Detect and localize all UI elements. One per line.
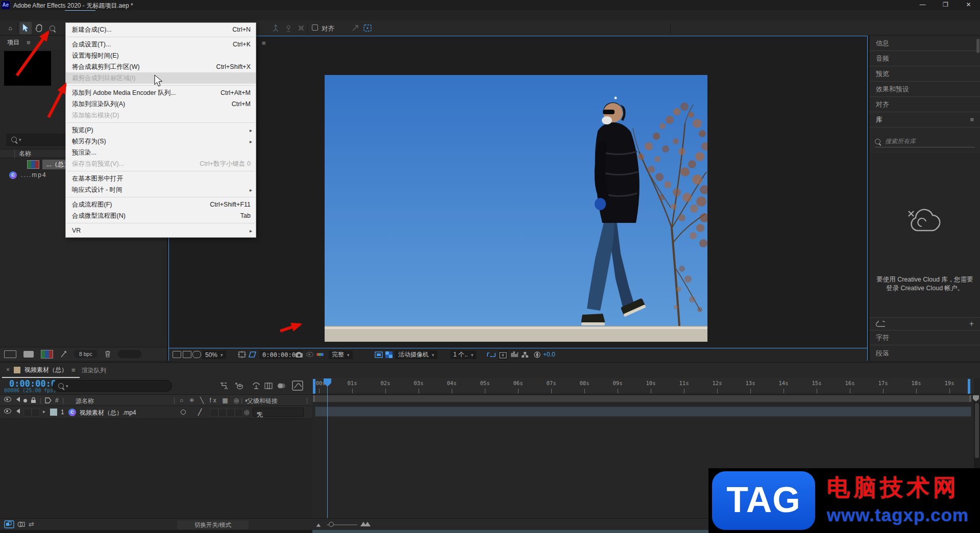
resolution-select[interactable]: 完整 ▾ <box>329 350 353 359</box>
source-name-column[interactable]: 源名称 <box>76 397 94 405</box>
interpret-footage-icon[interactable] <box>4 350 16 358</box>
audio-column-icon[interactable] <box>14 397 20 402</box>
always-preview-icon[interactable] <box>173 350 181 359</box>
layer-name[interactable]: 视频素材（总）.mp4 <box>80 409 136 417</box>
bit-depth-button[interactable]: 8 bpc <box>74 350 97 358</box>
menu-item-帧另存为-S-[interactable]: 帧另存为(S)▸ <box>66 136 256 147</box>
add-library-item-icon[interactable]: + <box>969 319 974 328</box>
new-composition-icon[interactable] <box>41 350 53 359</box>
selection-tool-icon[interactable] <box>19 22 32 34</box>
adjustment-wand-icon[interactable] <box>60 350 67 358</box>
library-search-input[interactable]: 搜索所有库 <box>875 136 975 147</box>
shy-icon[interactable] <box>252 382 260 390</box>
quality-slash[interactable]: ╱ <box>198 409 202 416</box>
parent-select[interactable]: 无 ▾ <box>253 408 304 417</box>
quality-toggle[interactable] <box>181 410 186 415</box>
right-panel-scrollbar[interactable] <box>976 39 979 53</box>
video-column-icon[interactable] <box>4 397 11 402</box>
magnification-select[interactable]: 50% ▾ <box>202 350 226 359</box>
view-layout-select[interactable]: 1 个.. ▾ <box>450 350 476 359</box>
menu-item-设置海报时间-E-[interactable]: 设置海报时间(E) <box>66 50 256 61</box>
panel-menu-icon[interactable]: ≡ <box>27 39 31 46</box>
primary-viewer-icon[interactable] <box>183 350 191 359</box>
minimize-button[interactable]: — <box>911 0 934 10</box>
menu-item-响应式设计-时间[interactable]: 响应式设计 - 时间▸ <box>66 184 256 195</box>
transparency-grid-icon[interactable] <box>385 350 393 359</box>
layer-audio-toggle[interactable] <box>14 409 20 414</box>
panel-menu-icon[interactable]: ≡ <box>970 116 974 123</box>
fast-previews-icon[interactable] <box>375 350 383 359</box>
pick-whip-icon[interactable]: ◎ <box>244 409 249 416</box>
ruler-nav-widget[interactable] <box>973 395 979 401</box>
in-out-icon[interactable]: ⇄ <box>29 520 34 528</box>
snapshot-camera-icon[interactable] <box>295 350 303 359</box>
hand-tool-icon[interactable] <box>33 22 45 34</box>
layer-color-chip[interactable] <box>50 409 57 416</box>
rotation-tool-icon[interactable] <box>282 22 295 34</box>
right-panel-tab-库[interactable]: 库≡ <box>870 112 980 128</box>
toggle-switches-modes-button[interactable]: 切换开关/模式 <box>177 520 249 529</box>
panel-menu-icon[interactable]: ≡ <box>71 366 76 374</box>
work-area-end-bracket[interactable] <box>968 379 970 394</box>
mini-flowchart-icon[interactable] <box>521 350 529 359</box>
camera-select[interactable]: 活动摄像机 ▾ <box>395 350 437 359</box>
tab-character[interactable]: 字符 <box>870 331 980 345</box>
cloud-sync-icon[interactable] <box>876 321 885 327</box>
parent-link-column[interactable]: 父级和链接 <box>247 397 278 405</box>
menu-item-添加到渲染队列-A-[interactable]: 添加到渲染队列(A)Ctrl+M <box>66 98 256 110</box>
menu-item-合成微型流程图-N-[interactable]: 合成微型流程图(N)Tab <box>66 210 256 221</box>
shape-arrow-icon[interactable] <box>349 22 361 34</box>
trash-icon[interactable] <box>105 350 111 358</box>
lock-column-icon[interactable] <box>31 397 36 403</box>
right-panel-tab-对齐[interactable]: 对齐 <box>870 97 980 112</box>
right-panel-tab-信息[interactable]: 信息 <box>870 36 980 51</box>
tab-paragraph[interactable]: 段落 <box>870 346 980 361</box>
switch-cell[interactable] <box>218 409 227 417</box>
graph-editor-icon[interactable] <box>292 380 303 391</box>
right-panel-tab-效果和预设[interactable]: 效果和预设 <box>870 82 980 97</box>
render-queue-tab[interactable]: 渲染队列 <box>82 366 106 375</box>
close-button[interactable]: ✕ <box>957 0 980 10</box>
right-panel-tab-音频[interactable]: 音频 <box>870 51 980 66</box>
timeline-tab-active[interactable]: × 视频素材（总） ≡ <box>2 363 80 378</box>
home-icon[interactable]: ⌂ <box>4 22 16 34</box>
menu-item-在基本图形中打开[interactable]: 在基本图形中打开 <box>66 173 256 184</box>
timeline-zoom-slider-knob[interactable] <box>329 522 334 527</box>
work-area-start-bracket[interactable] <box>313 379 315 394</box>
zoom-in-mountain-icon[interactable] <box>364 522 371 526</box>
name-column-header[interactable]: 名称 <box>14 149 31 158</box>
menu-item-添加到-Adobe-Media-Encoder-队列-[interactable]: 添加到 Adobe Media Encoder 队列...Ctrl+Alt+M <box>66 87 256 98</box>
solo-cell[interactable] <box>23 409 32 417</box>
share-view-icon[interactable] <box>487 350 496 359</box>
zoom-out-mountain-icon[interactable] <box>316 523 321 526</box>
timeline-layer-row[interactable]: ▸ 1 C 视频素材（总）.mp4 ╱ ◎ 无 ▾ <box>0 406 312 419</box>
video-frame[interactable] <box>325 75 707 342</box>
zoom-tool-icon[interactable] <box>46 22 58 34</box>
menu-item-新建合成-C-[interactable]: 新建合成(C)...Ctrl+N <box>66 24 256 35</box>
frame-blend-icon[interactable] <box>264 382 273 390</box>
switch-cell[interactable] <box>210 409 218 417</box>
switch-cell[interactable] <box>235 409 243 417</box>
expand-layers-icon[interactable] <box>4 520 14 528</box>
viewer-panel-menu-icon[interactable]: ≡ <box>262 39 266 47</box>
work-area-bar[interactable] <box>313 395 971 402</box>
exposure-control[interactable]: +0.0 <box>534 350 555 359</box>
project-tab[interactable]: 项目 <box>7 38 19 47</box>
layer-video-toggle[interactable] <box>4 409 11 414</box>
label-column-icon[interactable] <box>45 397 52 403</box>
menu-item-预览-P-[interactable]: 预览(P)▸ <box>66 124 256 136</box>
disclosure-triangle[interactable]: ▸ <box>43 409 45 414</box>
lock-cell[interactable] <box>32 409 40 417</box>
draft-3d-icon[interactable] <box>235 382 244 390</box>
maximize-button[interactable]: ❐ <box>934 0 957 10</box>
3d-glasses-icon[interactable] <box>192 350 201 359</box>
layer-duration-bar[interactable] <box>315 407 971 417</box>
camera-axis-tool-icon[interactable] <box>270 22 282 34</box>
region-of-interest-icon[interactable] <box>248 350 257 359</box>
transfer-modes-icon[interactable] <box>17 521 25 528</box>
time-ruler[interactable]: :00s01s02s03s04s05s06s07s08s09s10s11s12s… <box>312 378 974 394</box>
close-icon[interactable]: × <box>6 366 10 373</box>
menu-item-将合成裁剪到工作区-W-[interactable]: 将合成裁剪到工作区(W)Ctrl+Shift+X <box>66 61 256 72</box>
histogram-icon[interactable] <box>511 350 519 359</box>
snapping-icon[interactable] <box>361 22 374 34</box>
